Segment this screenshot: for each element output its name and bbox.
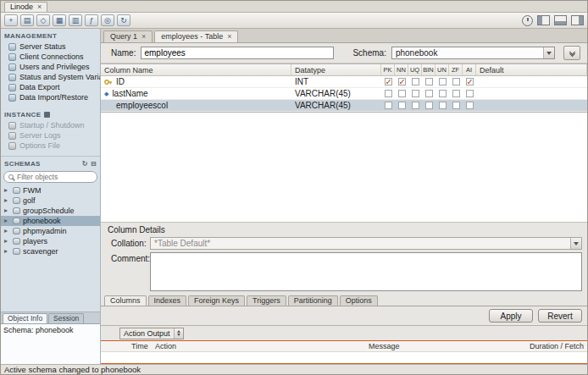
startup-shutdown-icon [8, 122, 16, 130]
un-checkbox[interactable] [439, 78, 447, 85]
create-procedure-icon[interactable]: ƒ [85, 14, 98, 26]
table-row[interactable]: ◆ lastName VARCHAR(45) [101, 88, 587, 100]
nn-checkbox[interactable] [398, 78, 406, 85]
schema-icon [13, 228, 20, 234]
expander-icon[interactable] [4, 248, 10, 255]
create-view-icon[interactable]: ▥ [69, 14, 82, 26]
server-logs-icon [8, 132, 16, 140]
grid-empty-area[interactable] [101, 113, 587, 223]
ai-checkbox[interactable] [466, 90, 474, 97]
sidebar-item-status-system-variables[interactable]: Status and System Variables [1, 72, 100, 82]
tab-object-info[interactable]: Object Info [3, 313, 47, 323]
schema-item-golf[interactable]: golf [1, 196, 100, 206]
sidebar-item-server-status[interactable]: Server Status [1, 41, 100, 52]
uq-checkbox[interactable] [412, 90, 419, 97]
status-message: Active schema changed to phonebook [4, 365, 141, 374]
expander-icon[interactable] [4, 238, 10, 245]
schema-label: Schema: [352, 48, 386, 58]
connection-tab-linode[interactable]: Linode × [4, 2, 47, 12]
tab-indexes[interactable]: Indexes [148, 295, 187, 306]
nn-checkbox[interactable] [398, 102, 406, 109]
collation-select[interactable]: *Table Default* [150, 237, 582, 250]
revert-button[interactable]: Revert [538, 309, 582, 323]
bin-checkbox[interactable] [425, 78, 433, 85]
table-editor-header: Name: Schema: phonebook [101, 43, 587, 63]
uq-checkbox[interactable] [412, 102, 419, 109]
tab-partitioning[interactable]: Partitioning [288, 295, 338, 306]
name-label: Name: [111, 48, 136, 58]
pk-checkbox[interactable] [385, 90, 392, 97]
apply-button[interactable]: Apply [489, 309, 533, 323]
tab-columns[interactable]: Columns [104, 295, 147, 306]
status-clock-icon[interactable] [522, 15, 533, 26]
search-data-icon[interactable]: ◎ [101, 14, 114, 26]
schema-icon [13, 187, 20, 194]
tab-foreign-keys[interactable]: Foreign Keys [188, 295, 245, 306]
sidebar-item-server-logs[interactable]: Server Logs [1, 130, 100, 141]
collapse-editor-button[interactable] [563, 46, 580, 60]
tab-employees-table[interactable]: employees - Table × [154, 30, 238, 42]
schema-item-groupschedule[interactable]: groupSchedule [1, 206, 100, 216]
table-name-input[interactable] [141, 47, 334, 59]
create-schema-icon[interactable]: ◇ [36, 14, 50, 26]
sidebar-item-data-import[interactable]: Data Import/Restore [1, 92, 100, 102]
schema-item-players[interactable]: players [1, 236, 100, 246]
expander-icon[interactable] [4, 187, 10, 194]
schema-filter-input[interactable] [17, 173, 92, 181]
tab-options[interactable]: Options [340, 295, 378, 306]
tab-query-1[interactable]: Query 1 × [103, 30, 153, 42]
reconnect-icon[interactable]: ↻ [117, 14, 130, 26]
document-tab-bar: Query 1 × employees - Table × [101, 29, 587, 43]
zf-checkbox[interactable] [452, 102, 460, 109]
chevron-down-icon[interactable] [570, 238, 581, 249]
nn-checkbox[interactable] [398, 90, 406, 97]
schema-item-phpmyadmin[interactable]: phpmyadmin [1, 226, 100, 236]
schema-item-phonebook[interactable]: phonebook [1, 216, 100, 226]
create-table-icon[interactable]: ▦ [53, 14, 66, 26]
un-checkbox[interactable] [439, 102, 447, 109]
bin-checkbox[interactable] [425, 102, 433, 109]
close-icon[interactable]: × [141, 32, 146, 41]
refresh-schemas-icon[interactable]: ↻ [82, 161, 88, 168]
toggle-output-area-icon[interactable] [554, 15, 567, 25]
pk-checkbox[interactable] [385, 102, 392, 109]
window-tab-bar: Linode × [1, 1, 587, 13]
uq-checkbox[interactable] [412, 78, 419, 85]
collapse-schemas-icon[interactable]: ⊟ [91, 161, 97, 168]
toggle-right-sidebar-icon[interactable] [571, 15, 584, 25]
expander-icon[interactable] [4, 228, 10, 234]
toggle-left-sidebar-icon[interactable] [537, 15, 550, 25]
tab-session[interactable]: Session [48, 313, 84, 323]
tab-triggers[interactable]: Triggers [247, 295, 286, 306]
schema-item-fwm[interactable]: FWM [1, 185, 100, 196]
output-selector[interactable]: Action Output [119, 328, 184, 339]
close-icon[interactable]: × [227, 32, 231, 41]
pk-checkbox[interactable] [385, 78, 392, 85]
zf-checkbox[interactable] [452, 78, 460, 85]
column-icon: ◆ [104, 91, 108, 97]
chevron-down-icon[interactable] [543, 47, 554, 58]
sidebar-item-users-privileges[interactable]: Users and Privileges [1, 62, 100, 72]
new-sql-tab-icon[interactable]: + [4, 14, 18, 26]
un-checkbox[interactable] [439, 90, 447, 97]
sidebar-item-data-export[interactable]: Data Export [1, 82, 100, 92]
table-row[interactable]: employeescol VARCHAR(45) [101, 100, 587, 112]
stepper-icon[interactable] [174, 328, 183, 339]
expander-icon[interactable] [4, 218, 10, 224]
expander-icon[interactable] [4, 207, 10, 214]
sidebar-item-client-connections[interactable]: Client Connections [1, 52, 100, 62]
comment-textarea[interactable] [150, 252, 582, 291]
table-row[interactable]: ID INT [101, 76, 587, 88]
sidebar-item-startup-shutdown[interactable]: Startup / Shutdown [1, 120, 100, 130]
zf-checkbox[interactable] [452, 90, 460, 97]
close-icon[interactable]: × [37, 3, 42, 11]
bin-checkbox[interactable] [425, 90, 433, 97]
data-import-icon [8, 94, 16, 102]
sidebar-item-options-file[interactable]: Options File [1, 141, 100, 151]
schema-select[interactable]: phonebook [391, 47, 555, 59]
expander-icon[interactable] [4, 197, 10, 204]
ai-checkbox[interactable] [466, 78, 474, 85]
ai-checkbox[interactable] [466, 102, 474, 109]
schema-item-scavenger[interactable]: scavenger [1, 246, 100, 256]
open-sql-script-icon[interactable]: ▤ [20, 14, 34, 26]
